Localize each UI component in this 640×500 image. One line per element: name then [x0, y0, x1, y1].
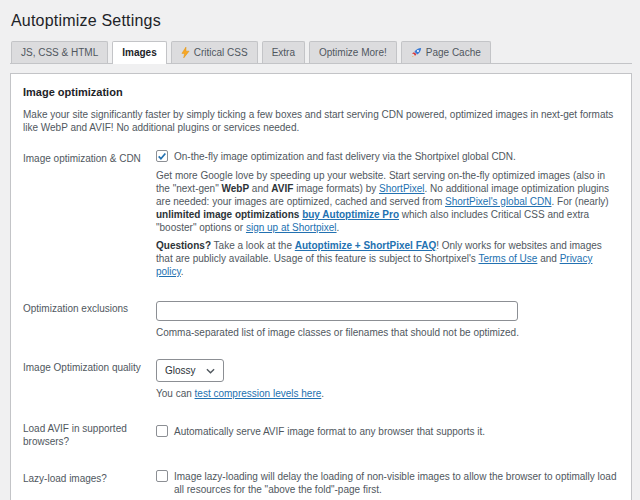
cdn-checkbox-label: On-the-fly image optimization and fast d…: [174, 150, 516, 163]
cdn-description: Get more Google love by speeding up your…: [156, 169, 619, 234]
test-compression-link[interactable]: test compression levels here: [195, 388, 322, 399]
tab-label: Critical CSS: [194, 47, 248, 58]
sign-up-shortpixel-link[interactable]: sign up at Shortpixel: [246, 222, 337, 233]
quality-helper: You can test compression levels here.: [156, 387, 619, 400]
text: Take a look at the: [211, 240, 295, 251]
row-load-avif: Load AVIF in supported browsers? Automat…: [23, 420, 619, 448]
text: You can: [156, 388, 195, 399]
shortpixel-link[interactable]: ShortPixel: [379, 183, 425, 194]
avif-checkbox[interactable]: [156, 425, 168, 437]
tab-images[interactable]: Images: [112, 41, 166, 64]
row-content: Glossy You can test compression levels h…: [156, 359, 619, 400]
row-label: Image optimization & CDN: [23, 150, 144, 278]
cdn-checkbox[interactable]: [156, 150, 168, 162]
panel-intro: Make your site significantly faster by s…: [23, 108, 619, 134]
text: . For (nearly): [551, 196, 608, 207]
tab-critical-css[interactable]: Critical CSS: [171, 41, 258, 63]
image-optimization-panel: Image optimization Make your site signif…: [10, 73, 632, 500]
page-title: Autoptimize Settings: [11, 12, 632, 30]
row-optimization-exclusions: Optimization exclusions Comma-separated …: [23, 300, 619, 339]
tab-extra[interactable]: Extra: [262, 41, 305, 63]
row-label: Optimization exclusions: [23, 300, 144, 339]
text-bold: WebP: [221, 183, 249, 194]
exclusions-helper: Comma-separated list of image classes or…: [156, 326, 619, 339]
text-bold: AVIF: [271, 183, 293, 194]
rocket-icon: [411, 47, 422, 58]
chevron-down-icon: [206, 368, 215, 374]
quality-select-value: Glossy: [165, 364, 196, 377]
terms-of-use-link[interactable]: Terms of Use: [478, 253, 537, 264]
row-label: Image Optimization quality: [23, 359, 144, 400]
row-lazy-load: Lazy-load images? Image lazy-loading wil…: [23, 470, 619, 500]
tab-js-css-html[interactable]: JS, CSS & HTML: [11, 41, 108, 63]
text-bold: unlimited image optimizations: [156, 209, 299, 220]
tab-optimize-more[interactable]: Optimize More!: [309, 41, 397, 63]
lightning-icon: [181, 47, 190, 58]
text: and: [537, 253, 559, 264]
row-optimization-quality: Image Optimization quality Glossy You ca…: [23, 359, 619, 400]
buy-autoptimize-pro-link[interactable]: buy Autoptimize Pro: [302, 209, 399, 220]
avif-checkbox-label: Automatically serve AVIF image format to…: [174, 425, 485, 438]
text: .: [181, 266, 184, 277]
panel-heading: Image optimization: [23, 86, 619, 98]
tab-page-cache[interactable]: Page Cache: [401, 41, 491, 63]
tab-label: Extra: [272, 47, 295, 58]
cdn-questions: Questions? Take a look at the Autoptimiz…: [156, 239, 619, 278]
tab-label: Page Cache: [426, 47, 481, 58]
row-content: Image lazy-loading will delay the loadin…: [156, 470, 619, 500]
checkmark-icon: [157, 151, 167, 161]
lazyload-checkbox[interactable]: [156, 470, 168, 482]
faq-link[interactable]: Autoptimize + ShortPixel FAQ: [295, 240, 436, 251]
row-content: Automatically serve AVIF image format to…: [156, 420, 619, 448]
row-label: Lazy-load images?: [23, 470, 144, 500]
row-image-optimization-cdn: Image optimization & CDN On-the-fly imag…: [23, 150, 619, 278]
shortpixel-cdn-link[interactable]: ShortPixel's global CDN: [445, 196, 551, 207]
text: .: [337, 222, 340, 233]
quality-select[interactable]: Glossy: [156, 359, 224, 382]
tab-label: Images: [122, 47, 156, 58]
text: image formats) by: [293, 183, 379, 194]
exclusions-input[interactable]: [156, 301, 518, 321]
tab-label: Optimize More!: [319, 47, 387, 58]
row-content: On-the-fly image optimization and fast d…: [156, 150, 619, 278]
text: and: [249, 183, 271, 194]
row-content: Comma-separated list of image classes or…: [156, 300, 619, 339]
tab-label: JS, CSS & HTML: [21, 47, 98, 58]
row-label: Load AVIF in supported browsers?: [23, 420, 144, 448]
text-bold: Questions?: [156, 240, 211, 251]
tab-bar: JS, CSS & HTML Images Critical CSS Extra…: [10, 41, 632, 64]
text: .: [321, 388, 324, 399]
lazyload-checkbox-label: Image lazy-loading will delay the loadin…: [174, 470, 619, 496]
admin-page: Autoptimize Settings JS, CSS & HTML Imag…: [0, 0, 640, 500]
